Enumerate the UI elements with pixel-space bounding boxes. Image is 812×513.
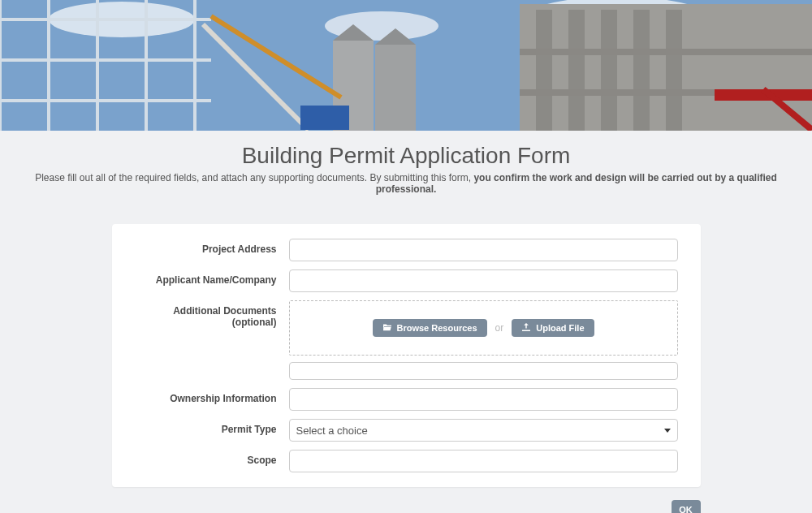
upload-file-button[interactable]: Upload File <box>512 319 594 337</box>
permit-type-select[interactable]: Select a choice <box>289 419 678 442</box>
permit-type-placeholder: Select a choice <box>296 425 368 437</box>
scope-label: Scope <box>135 450 289 466</box>
svg-rect-7 <box>601 10 617 131</box>
ownership-information-label: Ownership Information <box>135 388 289 404</box>
ok-button[interactable]: OK <box>672 500 701 513</box>
page-title: Building Permit Application Form <box>0 143 812 169</box>
field-permit-type: Permit Type Select a choice <box>135 419 678 442</box>
folder-open-icon <box>382 323 392 333</box>
applicant-name-label: Applicant Name/Company <box>135 269 289 286</box>
svg-rect-28 <box>300 106 349 130</box>
additional-documents-label: Additional Documents (optional) <box>135 300 289 328</box>
permit-type-label: Permit Type <box>135 419 289 435</box>
page-subtitle: Please fill out all of the required fiel… <box>0 172 812 195</box>
uploaded-file-display <box>289 362 678 380</box>
file-dropzone[interactable]: Browse Resources or Upload File <box>289 300 678 356</box>
submit-row: OK <box>112 500 701 513</box>
or-divider: or <box>495 322 504 334</box>
ownership-information-input[interactable] <box>289 388 678 411</box>
svg-rect-21 <box>375 45 416 131</box>
subtitle-text: Please fill out all of the required fiel… <box>35 172 473 183</box>
banner-image <box>0 0 812 131</box>
field-scope: Scope <box>135 450 678 472</box>
scope-input[interactable] <box>289 450 678 472</box>
field-project-address: Project Address <box>135 239 678 261</box>
browse-resources-button[interactable]: Browse Resources <box>373 319 487 337</box>
field-ownership-information: Ownership Information <box>135 388 678 411</box>
project-address-label: Project Address <box>135 239 289 255</box>
svg-rect-8 <box>633 10 650 131</box>
field-applicant-name: Applicant Name/Company <box>135 269 678 292</box>
project-address-input[interactable] <box>289 239 678 261</box>
upload-icon <box>521 323 531 333</box>
applicant-name-input[interactable] <box>289 269 678 292</box>
field-additional-documents: Additional Documents (optional) Browse R… <box>135 300 678 380</box>
svg-rect-6 <box>568 10 585 131</box>
upload-file-label: Upload File <box>536 323 584 333</box>
browse-resources-label: Browse Resources <box>397 323 477 333</box>
svg-rect-9 <box>666 10 682 131</box>
chevron-down-icon <box>664 429 671 433</box>
form-panel: Project Address Applicant Name/Company A… <box>112 224 701 487</box>
svg-rect-10 <box>520 49 812 55</box>
svg-rect-5 <box>536 10 552 131</box>
